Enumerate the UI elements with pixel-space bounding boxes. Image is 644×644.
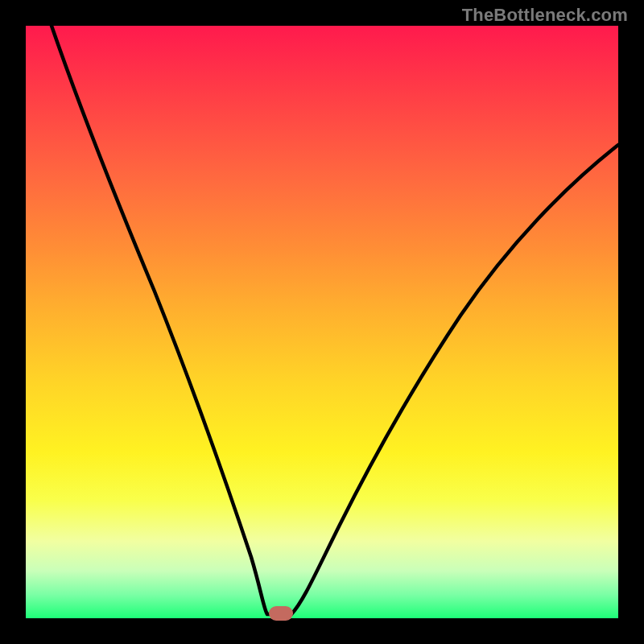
bottleneck-curve (26, 26, 618, 618)
watermark-text: TheBottleneck.com (462, 5, 628, 26)
optimal-point-marker (269, 606, 293, 621)
curve-path-left (52, 26, 285, 614)
chart-frame: TheBottleneck.com (0, 0, 644, 644)
curve-path-right (291, 145, 618, 614)
plot-area (26, 26, 618, 618)
